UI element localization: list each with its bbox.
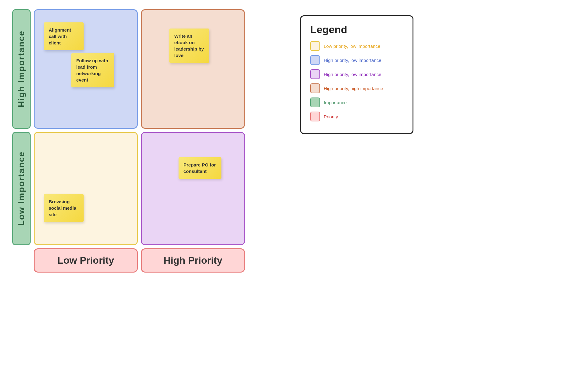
legend-item-5: Importance xyxy=(310,97,403,107)
legend-label-3: High priority, low importance xyxy=(324,72,381,77)
sticky-note-ebook[interactable]: Write an ebook on leadership by love xyxy=(169,29,209,63)
sticky-note-prepare[interactable]: Prepare PO for consultant xyxy=(179,157,221,179)
legend-title: Legend xyxy=(310,24,403,36)
legend-label-6: Priority xyxy=(324,114,338,119)
quadrant-low-importance-low-priority: Browsing social media site xyxy=(34,132,138,245)
legend-item-2: High priority, low importance xyxy=(310,55,403,65)
high-priority-text: High Priority xyxy=(164,255,222,266)
legend-label-4: High priority, high importance xyxy=(324,86,383,91)
low-importance-label: Low Importance xyxy=(12,132,31,245)
sticky-note-browsing[interactable]: Browsing social media site xyxy=(44,194,84,222)
legend-label-5: Importance xyxy=(324,100,347,105)
legend-label-1: Low priority, low importance xyxy=(324,44,380,49)
quadrant-high-importance-low-priority: Alignment call with client Follow up wit… xyxy=(34,9,138,129)
quadrant-low-importance-high-priority: Prepare PO for consultant xyxy=(141,132,245,245)
legend-item-3: High priority, low importance xyxy=(310,69,403,79)
legend-item-6: Priority xyxy=(310,112,403,121)
sticky-note-followup[interactable]: Follow up with lead from networking even… xyxy=(71,53,114,87)
quadrant-high-importance-high-priority: Write an ebook on leadership by love xyxy=(141,9,245,129)
legend-swatch-6 xyxy=(310,112,320,121)
legend-swatch-4 xyxy=(310,83,320,93)
high-priority-label-box: High Priority xyxy=(141,248,245,273)
sticky-note-alignment[interactable]: Alignment call with client xyxy=(44,22,84,50)
high-importance-label: High Importance xyxy=(12,9,31,129)
legend-box: Legend Low priority, low importance High… xyxy=(300,15,413,134)
legend-swatch-3 xyxy=(310,69,320,79)
legend-swatch-1 xyxy=(310,41,320,51)
legend-item-4: High priority, high importance xyxy=(310,83,403,93)
legend-item-1: Low priority, low importance xyxy=(310,41,403,51)
low-priority-label-box: Low Priority xyxy=(34,248,138,273)
legend-label-2: High priority, low importance xyxy=(324,58,381,63)
legend-swatch-5 xyxy=(310,97,320,107)
legend-swatch-2 xyxy=(310,55,320,65)
low-priority-text: Low Priority xyxy=(58,255,114,266)
